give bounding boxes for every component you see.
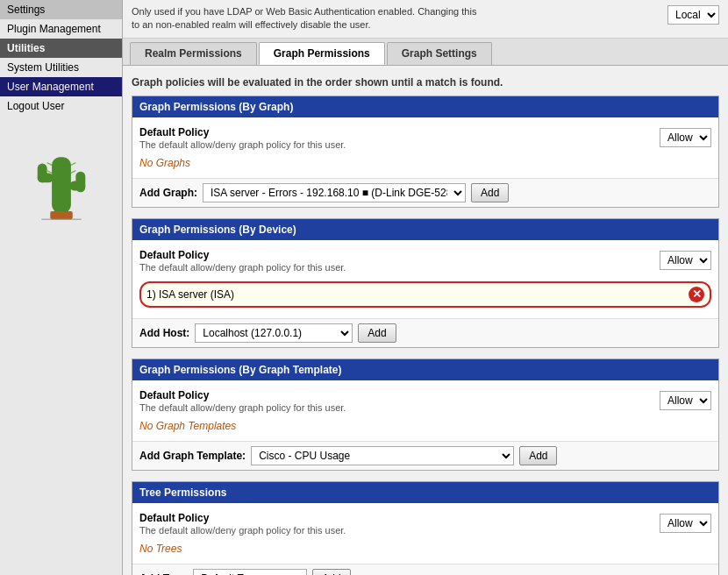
sidebar-section-utilities: Utilities xyxy=(0,39,122,58)
main-content: Only used if you have LDAP or Web Basic … xyxy=(123,0,728,575)
by-graph-policy-title: Default Policy xyxy=(139,126,660,138)
device-row-isa: 1) ISA server (ISA) ✕ xyxy=(139,281,711,308)
tab-bar: Realm Permissions Graph Permissions Grap… xyxy=(123,39,728,66)
sidebar-item-user-management[interactable]: User Management xyxy=(0,77,122,96)
policy-note: Graph policies will be evaluated in the … xyxy=(132,73,719,96)
by-device-add-row: Add Host: Localhost (127.0.0.1) Add xyxy=(132,318,718,347)
tree-policy-desc: The default allow/deny graph policy for … xyxy=(139,525,660,536)
by-template-no-items: No Graph Templates xyxy=(139,416,711,436)
tree-allow-select[interactable]: Allow xyxy=(660,514,711,533)
by-device-policy-title: Default Policy xyxy=(139,249,660,261)
by-template-policy-desc: The default allow/deny graph policy for … xyxy=(139,402,660,413)
svg-line-8 xyxy=(70,171,75,174)
tree-header: Tree Permissions xyxy=(132,482,718,503)
by-template-policy-title: Default Policy xyxy=(139,389,660,401)
by-graph-policy-row: Default Policy The default allow/deny gr… xyxy=(139,123,711,153)
svg-rect-4 xyxy=(75,172,85,193)
by-template-allow-select[interactable]: Allow xyxy=(660,391,711,410)
tree-add-select[interactable]: Default Tree xyxy=(193,569,307,575)
section-tree: Tree Permissions Default Policy The defa… xyxy=(132,481,719,575)
svg-rect-0 xyxy=(52,157,71,213)
sidebar-item-plugin-management[interactable]: Plugin Management xyxy=(0,19,122,39)
by-graph-header: Graph Permissions (By Graph) xyxy=(132,96,718,117)
section-by-graph: Graph Permissions (By Graph) Default Pol… xyxy=(132,96,719,208)
by-graph-body: Default Policy The default allow/deny gr… xyxy=(132,117,718,178)
by-template-add-button[interactable]: Add xyxy=(519,446,557,465)
by-device-header: Graph Permissions (By Device) xyxy=(132,219,718,240)
by-graph-add-button[interactable]: Add xyxy=(471,183,509,202)
by-device-add-select[interactable]: Localhost (127.0.0.1) xyxy=(195,323,353,343)
device-label: 1) ISA server (ISA) xyxy=(146,288,234,301)
tree-policy-row: Default Policy The default allow/deny gr… xyxy=(139,508,711,539)
by-device-allow-select[interactable]: Allow xyxy=(660,251,711,270)
device-remove-button[interactable]: ✕ xyxy=(689,287,704,302)
top-banner: Only used if you have LDAP or Web Basic … xyxy=(123,0,728,39)
by-template-header: Graph Permissions (By Graph Template) xyxy=(132,359,718,380)
by-template-add-row: Add Graph Template: Cisco - CPU Usage Ad… xyxy=(132,441,718,470)
tab-content: Graph policies will be evaluated in the … xyxy=(123,66,728,575)
by-graph-add-row: Add Graph: ISA server - Errors - 192.168… xyxy=(132,178,718,207)
tree-policy-title: Default Policy xyxy=(139,512,660,524)
cactus-logo xyxy=(0,116,122,241)
by-graph-policy-desc: The default allow/deny graph policy for … xyxy=(139,139,660,150)
svg-rect-9 xyxy=(50,211,72,219)
tab-graph-permissions[interactable]: Graph Permissions xyxy=(259,42,385,65)
sidebar-item-system-utilities[interactable]: System Utilities xyxy=(0,58,122,77)
by-template-policy-row: Default Policy The default allow/deny gr… xyxy=(139,386,711,416)
realm-select[interactable]: Local xyxy=(667,5,719,25)
banner-text: Only used if you have LDAP or Web Basic … xyxy=(132,5,482,32)
by-device-body: Default Policy The default allow/deny gr… xyxy=(132,240,718,318)
svg-line-6 xyxy=(46,171,51,174)
tab-graph-settings[interactable]: Graph Settings xyxy=(387,42,492,65)
tree-body: Default Policy The default allow/deny gr… xyxy=(132,503,718,564)
sidebar-item-settings[interactable]: Settings xyxy=(0,0,122,19)
sidebar-item-logout-user[interactable]: Logout User xyxy=(0,96,122,116)
by-template-add-label: Add Graph Template: xyxy=(139,450,246,462)
svg-line-5 xyxy=(46,163,51,166)
by-device-add-label: Add Host: xyxy=(139,327,189,339)
by-graph-add-label: Add Graph: xyxy=(139,187,197,199)
by-graph-allow-select[interactable]: Allow xyxy=(660,128,711,147)
by-template-body: Default Policy The default allow/deny gr… xyxy=(132,380,718,441)
tree-add-button[interactable]: Add xyxy=(312,569,350,575)
section-by-device: Graph Permissions (By Device) Default Po… xyxy=(132,218,719,348)
by-template-add-select[interactable]: Cisco - CPU Usage xyxy=(251,446,514,465)
by-device-add-button[interactable]: Add xyxy=(358,323,396,343)
section-by-template: Graph Permissions (By Graph Template) De… xyxy=(132,358,719,471)
by-device-policy-desc: The default allow/deny graph policy for … xyxy=(139,262,660,273)
by-device-policy-row: Default Policy The default allow/deny gr… xyxy=(139,245,711,276)
sidebar: Settings Plugin Management Utilities Sys… xyxy=(0,0,123,575)
tree-add-row: Add Tree: Default Tree Add xyxy=(132,564,718,575)
tree-no-items: No Trees xyxy=(139,539,711,558)
by-graph-no-items: No Graphs xyxy=(139,153,711,173)
svg-rect-2 xyxy=(37,164,46,183)
by-graph-add-select[interactable]: ISA server - Errors - 192.168.10 ■ (D-Li… xyxy=(203,183,466,202)
tab-realm-permissions[interactable]: Realm Permissions xyxy=(130,42,257,65)
svg-line-7 xyxy=(70,163,75,166)
